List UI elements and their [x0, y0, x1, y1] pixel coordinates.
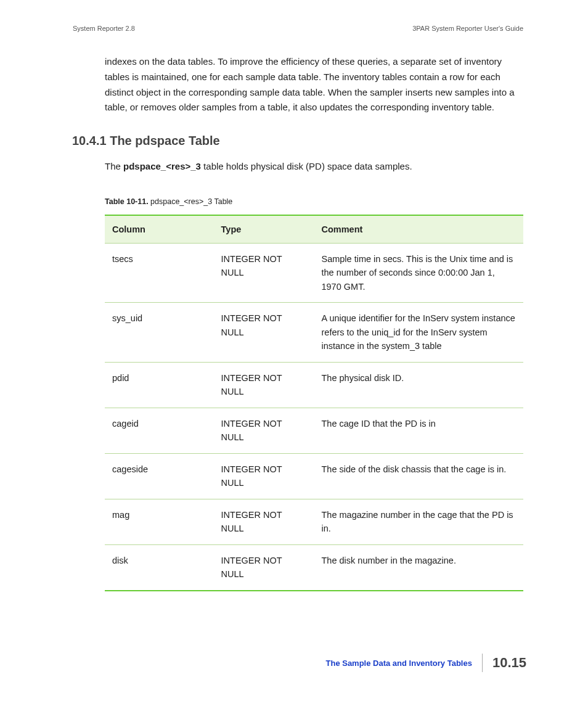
- table-row: tsecs INTEGER NOT NULL Sample time in se…: [105, 244, 523, 303]
- cell-column: cageside: [105, 453, 214, 499]
- table-row: mag INTEGER NOT NULL The magazine number…: [105, 499, 523, 544]
- cell-type: INTEGER NOT NULL: [214, 453, 314, 499]
- section-intro: The pdspace_<res>_3 table holds physical…: [105, 159, 523, 174]
- footer-page-number: 10.15: [483, 655, 526, 671]
- cell-comment: The magazine number in the cage that the…: [314, 499, 523, 544]
- cell-type: INTEGER NOT NULL: [214, 362, 314, 408]
- cell-type: INTEGER NOT NULL: [214, 544, 314, 590]
- cell-column: tsecs: [105, 244, 214, 303]
- table-row: sys_uid INTEGER NOT NULL A unique identi…: [105, 303, 523, 362]
- cell-column: mag: [105, 499, 214, 544]
- table-row: cageid INTEGER NOT NULL The cage ID that…: [105, 408, 523, 453]
- cell-comment: The cage ID that the PD is in: [314, 408, 523, 453]
- cell-comment: The disk number in the magazine.: [314, 544, 523, 590]
- th-column: Column: [105, 215, 214, 244]
- intro-paragraph: indexes on the data tables. To improve t…: [105, 54, 523, 115]
- cell-column: cageid: [105, 408, 214, 453]
- cell-column: pdid: [105, 362, 214, 408]
- intro-prefix: The: [105, 161, 123, 171]
- intro-bold: pdspace_<res>_3: [123, 161, 201, 171]
- cell-type: INTEGER NOT NULL: [214, 499, 314, 544]
- header-right-text: 3PAR System Reporter User's Guide: [412, 25, 523, 32]
- pdspace-table: Column Type Comment tsecs INTEGER NOT NU…: [105, 215, 523, 591]
- cell-type: INTEGER NOT NULL: [214, 408, 314, 453]
- cell-column: disk: [105, 544, 214, 590]
- cell-comment: The side of the disk chassis that the ca…: [314, 453, 523, 499]
- page-content: indexes on the data tables. To improve t…: [105, 54, 523, 591]
- table-row: cageside INTEGER NOT NULL The side of th…: [105, 453, 523, 499]
- cell-comment: The physical disk ID.: [314, 362, 523, 408]
- table-caption-label: Table 10-11.: [105, 197, 149, 206]
- table-row: pdid INTEGER NOT NULL The physical disk …: [105, 362, 523, 408]
- intro-suffix: table holds physical disk (PD) space dat…: [201, 161, 412, 171]
- th-comment: Comment: [314, 215, 523, 244]
- footer-section-link[interactable]: The Sample Data and Inventory Tables: [326, 659, 482, 668]
- table-caption: Table 10-11. pdspace_<res>_3 Table: [105, 197, 523, 206]
- page-header: System Reporter 2.8 3PAR System Reporter…: [73, 25, 523, 32]
- table-caption-text: pdspace_<res>_3 Table: [149, 197, 233, 206]
- table-header-row: Column Type Comment: [105, 215, 523, 244]
- cell-type: INTEGER NOT NULL: [214, 244, 314, 303]
- table-row: disk INTEGER NOT NULL The disk number in…: [105, 544, 523, 590]
- cell-type: INTEGER NOT NULL: [214, 303, 314, 362]
- section-heading: 10.4.1 The pdspace Table: [72, 134, 523, 148]
- header-left-text: System Reporter 2.8: [73, 25, 135, 32]
- page-footer: The Sample Data and Inventory Tables 10.…: [326, 654, 527, 672]
- cell-column: sys_uid: [105, 303, 214, 362]
- cell-comment: Sample time in secs. This is the Unix ti…: [314, 244, 523, 303]
- th-type: Type: [214, 215, 314, 244]
- cell-comment: A unique identifier for the InServ syste…: [314, 303, 523, 362]
